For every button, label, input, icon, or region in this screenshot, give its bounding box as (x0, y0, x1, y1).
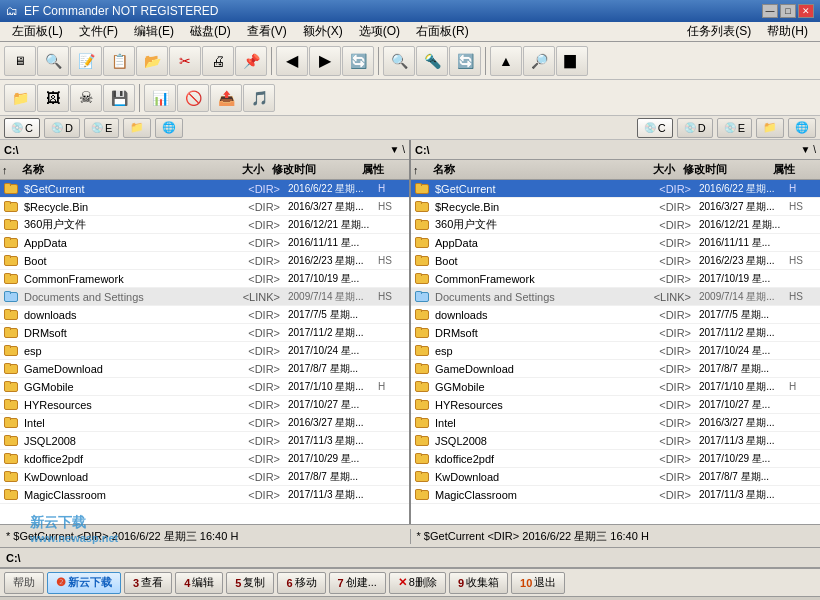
tb-sync-button[interactable]: 🔄 (449, 46, 481, 76)
menu-help[interactable]: 帮助(H) (759, 21, 816, 42)
func-delete-button[interactable]: ✕ 8删除 (389, 572, 446, 594)
tb-refresh-button[interactable]: 🔄 (342, 46, 374, 76)
left-col-date[interactable]: 修改时间 (268, 162, 358, 177)
func-download-button[interactable]: ❷ 新云下载 (47, 572, 121, 594)
tb-view-button[interactable]: 🖥 (4, 46, 36, 76)
list-item[interactable]: DRMsoft<DIR>2017/11/2 星期... (411, 324, 820, 342)
right-col-name[interactable]: 名称 (429, 162, 624, 177)
list-item[interactable]: $Recycle.Bin<DIR>2016/3/27 星期...HS (0, 198, 409, 216)
drive-left-d[interactable]: 💿D (44, 118, 80, 138)
list-item[interactable]: HYResources<DIR>2017/10/27 星... (0, 396, 409, 414)
list-item[interactable]: downloads<DIR>2017/7/5 星期... (411, 306, 820, 324)
menu-options[interactable]: 选项(O) (351, 21, 408, 42)
list-item[interactable]: 360用户文件<DIR>2016/12/21 星期... (411, 216, 820, 234)
func-exit-button[interactable]: 10 退出 (511, 572, 565, 594)
tb-print-button[interactable]: 🖨 (202, 46, 234, 76)
list-item[interactable]: Intel<DIR>2016/3/27 星期... (411, 414, 820, 432)
tb-up-button[interactable]: ▲ (490, 46, 522, 76)
tb-pin-button[interactable]: 📌 (235, 46, 267, 76)
tb2-folder-button[interactable]: 📁 (4, 84, 36, 112)
list-item[interactable]: kdoffice2pdf<DIR>2017/10/29 星... (0, 450, 409, 468)
list-item[interactable]: JSQL2008<DIR>2017/11/3 星期... (0, 432, 409, 450)
tb2-chart-button[interactable]: 📊 (144, 84, 176, 112)
list-item[interactable]: GGMobile<DIR>2017/1/10 星期...H (411, 378, 820, 396)
list-item[interactable]: esp<DIR>2017/10/24 星... (411, 342, 820, 360)
list-item[interactable]: DRMsoft<DIR>2017/11/2 星期... (0, 324, 409, 342)
close-button[interactable]: ✕ (798, 4, 814, 18)
func-view-button[interactable]: 3 查看 (124, 572, 172, 594)
right-col-date[interactable]: 修改时间 (679, 162, 769, 177)
menu-tasklist[interactable]: 任务列表(S) (679, 21, 759, 42)
tb-search-button[interactable]: 🔍 (37, 46, 69, 76)
func-help-button[interactable]: 帮助 (4, 572, 44, 594)
list-item[interactable]: Boot<DIR>2016/2/23 星期...HS (0, 252, 409, 270)
list-item[interactable]: downloads<DIR>2017/7/5 星期... (0, 306, 409, 324)
list-item[interactable]: GameDownload<DIR>2017/8/7 星期... (0, 360, 409, 378)
list-item[interactable]: CommonFramework<DIR>2017/10/19 星... (0, 270, 409, 288)
tb-terminal-button[interactable]: █▌ (556, 46, 588, 76)
list-item[interactable]: AppData<DIR>2016/11/11 星... (411, 234, 820, 252)
func-create-button[interactable]: 7 创建... (329, 572, 386, 594)
left-sort-arrow[interactable]: ↑ (0, 164, 18, 176)
list-item[interactable]: KwDownload<DIR>2017/8/7 星期... (0, 468, 409, 486)
list-item[interactable]: AppData<DIR>2016/11/11 星... (0, 234, 409, 252)
func-edit-button[interactable]: 4 编辑 (175, 572, 223, 594)
menu-left-panel[interactable]: 左面板(L) (4, 21, 71, 42)
right-file-list[interactable]: $GetCurrent<DIR>2016/6/22 星期...H$Recycle… (411, 180, 820, 524)
tb-back-button[interactable]: ◀ (276, 46, 308, 76)
drive-right-e[interactable]: 💿E (717, 118, 752, 138)
menu-disk[interactable]: 磁盘(D) (182, 21, 239, 42)
list-item[interactable]: $GetCurrent<DIR>2016/6/22 星期...H (0, 180, 409, 198)
list-item[interactable]: Documents and Settings<LINK>2009/7/14 星期… (411, 288, 820, 306)
right-col-size[interactable]: 大小 (624, 162, 679, 177)
drive-left-net[interactable]: 🌐 (155, 118, 183, 138)
drive-left-c[interactable]: 💿C (4, 118, 40, 138)
minimize-button[interactable]: — (762, 4, 778, 18)
tb2-skull-button[interactable]: ☠ (70, 84, 102, 112)
drive-right-folder[interactable]: 📁 (756, 118, 784, 138)
menu-edit[interactable]: 编辑(E) (126, 21, 182, 42)
tb-newfolder-button[interactable]: 📂 (136, 46, 168, 76)
menu-extra[interactable]: 额外(X) (295, 21, 351, 42)
tb-copy-button[interactable]: 📋 (103, 46, 135, 76)
tb2-music-button[interactable]: 🎵 (243, 84, 275, 112)
tb2-upload-button[interactable]: 📤 (210, 84, 242, 112)
menu-view[interactable]: 查看(V) (239, 21, 295, 42)
menu-right-panel[interactable]: 右面板(R) (408, 21, 477, 42)
list-item[interactable]: CommonFramework<DIR>2017/10/19 星... (411, 270, 820, 288)
list-item[interactable]: GameDownload<DIR>2017/8/7 星期... (411, 360, 820, 378)
tb-zoom-button[interactable]: 🔎 (523, 46, 555, 76)
list-item[interactable]: HYResources<DIR>2017/10/27 星... (411, 396, 820, 414)
left-col-name[interactable]: 名称 (18, 162, 213, 177)
right-col-attr[interactable]: 属性 (769, 162, 804, 177)
tb2-save-button[interactable]: 💾 (103, 84, 135, 112)
list-item[interactable]: kdoffice2pdf<DIR>2017/10/29 星... (411, 450, 820, 468)
list-item[interactable]: $Recycle.Bin<DIR>2016/3/27 星期...HS (411, 198, 820, 216)
list-item[interactable]: MagicClassroom<DIR>2017/11/3 星期... (0, 486, 409, 504)
tb-cut-button[interactable]: ✂ (169, 46, 201, 76)
drive-right-c[interactable]: 💿C (637, 118, 673, 138)
tb2-image-button[interactable]: 🖼 (37, 84, 69, 112)
list-item[interactable]: 360用户文件<DIR>2016/12/21 星期... (0, 216, 409, 234)
list-item[interactable]: KwDownload<DIR>2017/8/7 星期... (411, 468, 820, 486)
func-collect-button[interactable]: 9 收集箱 (449, 572, 508, 594)
func-move-button[interactable]: 6 移动 (277, 572, 325, 594)
list-item[interactable]: JSQL2008<DIR>2017/11/3 星期... (411, 432, 820, 450)
list-item[interactable]: Intel<DIR>2016/3/27 星期... (0, 414, 409, 432)
left-col-attr[interactable]: 属性 (358, 162, 393, 177)
list-item[interactable]: Boot<DIR>2016/2/23 星期...HS (411, 252, 820, 270)
left-file-list[interactable]: $GetCurrent<DIR>2016/6/22 星期...H$Recycle… (0, 180, 409, 524)
list-item[interactable]: esp<DIR>2017/10/24 星... (0, 342, 409, 360)
menu-file[interactable]: 文件(F) (71, 21, 126, 42)
func-copy-button[interactable]: 5 复制 (226, 572, 274, 594)
list-item[interactable]: $GetCurrent<DIR>2016/6/22 星期...H (411, 180, 820, 198)
maximize-button[interactable]: □ (780, 4, 796, 18)
list-item[interactable]: GGMobile<DIR>2017/1/10 星期...H (0, 378, 409, 396)
drive-left-e[interactable]: 💿E (84, 118, 119, 138)
right-sort-arrow[interactable]: ↑ (411, 164, 429, 176)
tb-edit-button[interactable]: 📝 (70, 46, 102, 76)
tb-forward-button[interactable]: ▶ (309, 46, 341, 76)
list-item[interactable]: Documents and Settings<LINK>2009/7/14 星期… (0, 288, 409, 306)
left-col-size[interactable]: 大小 (213, 162, 268, 177)
drive-right-net[interactable]: 🌐 (788, 118, 816, 138)
